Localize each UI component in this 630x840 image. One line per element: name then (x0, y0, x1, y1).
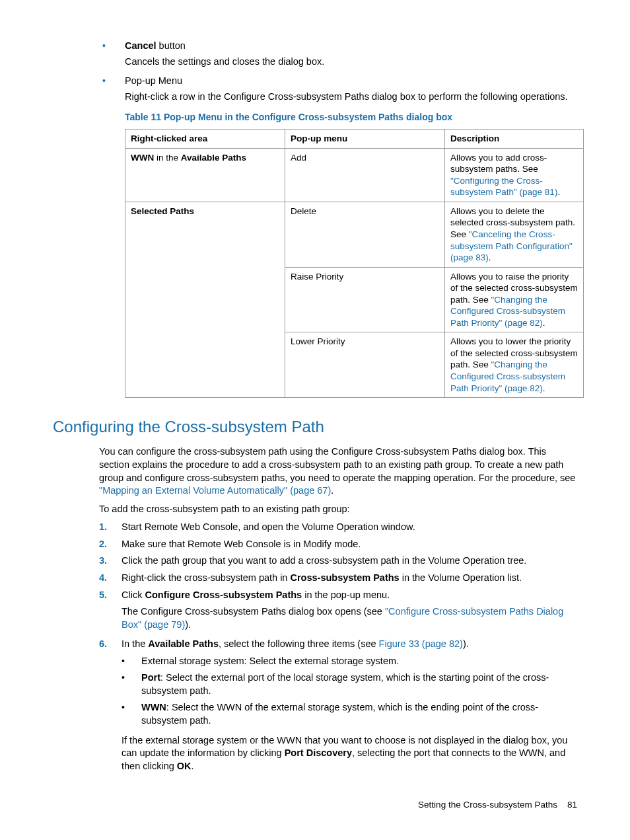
page-footer: Setting the Cross-subsystem Paths 81 (53, 799, 577, 811)
t: in the pop-up menu. (302, 590, 390, 600)
table-row: Raise Priority Allows you to raise the p… (125, 267, 584, 332)
t: ). (185, 619, 191, 630)
th-area: Right-clicked area (125, 130, 285, 149)
link[interactable]: "Mapping an External Volume Automaticall… (99, 485, 331, 496)
table-row: Lower Priority Allows you to lower the p… (125, 332, 584, 398)
t: The Configure Cross-subsystem Paths dial… (122, 606, 385, 617)
step-text: Click the path group that you want to ad… (122, 554, 577, 568)
bullet-icon: • (102, 40, 125, 53)
td-area: WWN in the Available Paths (125, 148, 285, 202)
t-bold: Configure Cross-subsystem Paths (145, 590, 302, 600)
section-p2: To add the cross-subsystem path to an ex… (99, 503, 577, 516)
t-bold: Port Discovery (285, 747, 352, 758)
td-text: . (543, 383, 545, 393)
cancel-desc: Cancels the settings and closes the dial… (125, 56, 577, 69)
step-num: 4. (99, 572, 122, 585)
td-text: . (489, 252, 491, 262)
td-text: . (557, 187, 560, 197)
td-menu: Delete (285, 202, 445, 267)
table-caption: Table 11 Pop-up Menu in the Configure Cr… (125, 111, 577, 124)
page-number: 81 (567, 800, 577, 810)
selpaths-bold: Selected Paths (131, 206, 194, 216)
step-text: In the Available Paths, select the follo… (122, 638, 577, 651)
bullet-icon: • (102, 75, 125, 88)
wwn-bold: WWN (131, 153, 154, 163)
step-text: Start Remote Web Console, and open the V… (122, 521, 577, 534)
ordered-steps: 1.Start Remote Web Console, and open the… (99, 521, 577, 601)
top-bullets-2: • Pop-up Menu (102, 75, 577, 88)
list-item: •WWN: Select the WWN of the external sto… (122, 701, 577, 727)
td-desc: Allows you to delete the selected cross-… (445, 202, 584, 267)
td-desc: Allows you to add cross-subsystem paths.… (445, 148, 584, 202)
step-num: 6. (99, 638, 122, 651)
list-item: 5.Click Configure Cross-subsystem Paths … (99, 589, 577, 602)
list-item: 3.Click the path group that you want to … (99, 554, 577, 568)
td-desc: Allows you to raise the priority of the … (445, 267, 584, 332)
bullet-icon: • (122, 655, 141, 668)
step-text: Right-click the cross-subsystem path in … (122, 572, 577, 585)
ordered-steps-cont: 6.In the Available Paths, select the fol… (99, 638, 577, 651)
popup-menu-table: Right-clicked area Pop-up menu Descripti… (125, 129, 584, 398)
top-bullets: • Cancel button (102, 40, 577, 53)
td-menu: Lower Priority (285, 332, 445, 398)
bullet-icon: • (122, 701, 141, 727)
table-row: Selected Paths Delete Allows you to dele… (125, 202, 584, 267)
t: : Select the external port of the local … (141, 672, 549, 696)
t-bold: OK (177, 761, 192, 771)
table-row: WWN in the Available Paths Add Allows yo… (125, 148, 584, 202)
section-p1: You can configure the cross-subsystem pa… (99, 445, 577, 497)
link[interactable]: Figure 33 (page 82) (379, 638, 463, 649)
popup-label: Pop-up Menu (125, 75, 577, 88)
t: . (192, 761, 194, 771)
step-text: Make sure that Remote Web Console is in … (122, 538, 577, 551)
link[interactable]: "Configuring the Cross-subsystem Path" (… (450, 176, 557, 198)
t: ). (463, 638, 469, 649)
popup-desc: Right-click a row in the Configure Cross… (125, 91, 577, 104)
step-num: 3. (99, 554, 122, 568)
section-heading: Configuring the Cross-subsystem Path (53, 416, 577, 438)
td-area-empty (125, 267, 285, 332)
bullet-text: WWN: Select the WWN of the external stor… (141, 701, 577, 727)
t: In the (122, 638, 148, 649)
td-menu: Add (285, 148, 445, 202)
td-area: Selected Paths (125, 202, 285, 267)
step-num: 5. (99, 589, 122, 602)
cancel-bold: Cancel (125, 40, 157, 51)
list-item: •Port: Select the external port of the l… (122, 671, 577, 697)
th-desc: Description (445, 130, 584, 149)
t-bold: Port (141, 672, 160, 683)
td-menu: Raise Priority (285, 267, 445, 332)
t-bold: WWN (141, 702, 166, 712)
p-text: You can configure the cross-subsystem pa… (99, 446, 575, 482)
t: Click (122, 590, 145, 600)
table-header-row: Right-clicked area Pop-up menu Descripti… (125, 130, 584, 149)
bullet-text: Port: Select the external port of the lo… (141, 671, 577, 697)
td-text: in the (154, 153, 181, 163)
bullet-popup: • Pop-up Menu (102, 75, 577, 88)
t: , select the following three items (see (219, 638, 379, 649)
list-item: •External storage system: Select the ext… (122, 655, 577, 668)
cancel-rest: button (157, 40, 186, 51)
bullet-text: Cancel button (125, 40, 577, 53)
t-bold: Available Paths (148, 638, 219, 649)
td-area-empty (125, 332, 285, 398)
th-menu: Pop-up menu (285, 130, 445, 149)
list-item: 6.In the Available Paths, select the fol… (99, 638, 577, 651)
step-num: 1. (99, 521, 122, 534)
bullet-text: External storage system: Select the exte… (141, 655, 577, 668)
p-text: . (331, 485, 333, 496)
t: Right-click the cross-subsystem path in (122, 572, 290, 583)
step-num: 2. (99, 538, 122, 551)
td-text: . (543, 318, 545, 328)
step6-bullets: •External storage system: Select the ext… (122, 655, 577, 728)
bullet-icon: • (122, 671, 141, 697)
step6-tail: If the external storage system or the WW… (122, 734, 577, 773)
td-text: Allows you to add cross-subsystem paths.… (450, 153, 547, 174)
link[interactable]: "Canceling the Cross-subsystem Path Conf… (450, 229, 573, 262)
t: in the Volume Operation list. (400, 572, 522, 583)
list-item: 2.Make sure that Remote Web Console is i… (99, 538, 577, 551)
step5-sub: The Configure Cross-subsystem Paths dial… (122, 605, 577, 631)
avail-bold: Available Paths (181, 153, 246, 163)
list-item: 1.Start Remote Web Console, and open the… (99, 521, 577, 534)
list-item: 4.Right-click the cross-subsystem path i… (99, 572, 577, 585)
